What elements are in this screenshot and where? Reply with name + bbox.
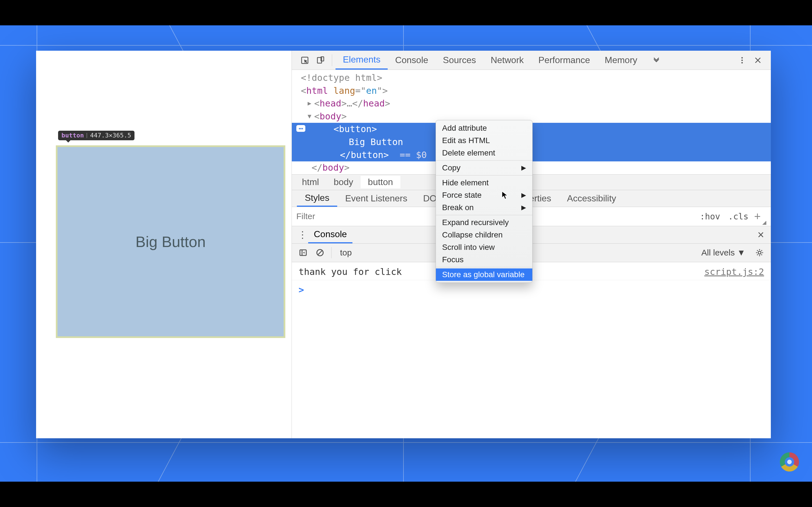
svg-point-8 [758,251,761,254]
devtools-tabstrip: Elements Console Sources Network Perform… [292,51,771,70]
tab-performance[interactable]: Performance [531,51,598,69]
svg-point-4 [742,59,743,61]
drawer-tab-console[interactable]: Console [308,226,352,243]
ctx-store-global-variable[interactable]: Store as global variable [436,269,532,281]
svg-point-5 [742,62,743,63]
ctx-copy[interactable]: Copy▶ [436,162,532,174]
drawer-menu-icon[interactable]: ⋮ [297,229,308,240]
inspector-tooltip-tag: button [61,132,84,138]
crumb-html[interactable]: html [295,176,326,188]
console-sidebar-toggle-icon[interactable] [295,248,312,257]
ctx-force-state[interactable]: Force state▶ [436,189,532,202]
ctx-edit-as-html[interactable]: Edit as HTML [436,134,532,147]
ctx-hide-element[interactable]: Hide element [436,177,532,189]
resize-corner-icon[interactable] [762,221,766,225]
tab-console[interactable]: Console [388,51,435,69]
crumb-button[interactable]: button [361,176,400,188]
clear-console-icon[interactable] [312,248,328,257]
big-button-label: Big Button [135,233,206,250]
context-menu: Add attribute Edit as HTML Delete elemen… [436,120,532,283]
console-settings-icon[interactable] [751,248,768,257]
close-drawer-icon[interactable]: × [756,228,766,241]
crumb-body[interactable]: body [326,176,360,188]
inspector-tooltip-size: 447.3×365.5 [90,132,131,138]
styles-filter-input[interactable] [296,212,403,221]
ctx-delete-element[interactable]: Delete element [436,147,532,159]
hov-toggle[interactable]: :hov [696,212,724,221]
tab-memory[interactable]: Memory [598,51,645,69]
console-prompt[interactable]: > [292,280,771,300]
close-devtools-icon[interactable] [750,56,766,64]
ctx-focus[interactable]: Focus [436,253,532,266]
tab-sources[interactable]: Sources [436,51,483,69]
ctx-add-attribute[interactable]: Add attribute [436,122,532,134]
ctx-expand-recursively[interactable]: Expand recursively [436,216,532,229]
inspect-icon[interactable] [297,56,313,64]
kebab-menu-icon[interactable] [734,56,750,64]
console-log-source[interactable]: script.js:2 [704,266,764,278]
tab-network[interactable]: Network [483,51,531,69]
cls-toggle[interactable]: .cls [724,212,752,221]
side-tab-event-listeners[interactable]: Event Listeners [337,190,415,207]
big-button[interactable]: Big Button [56,145,285,338]
console-output[interactable]: thank you for click script.js:2 > [292,262,771,438]
device-toolbar-icon[interactable] [313,56,328,64]
chrome-logo-icon [780,452,799,471]
new-style-rule-icon[interactable]: + [753,210,762,223]
presentation-background: button 447.3×365.5 Big Button Elements C [0,25,812,482]
tabs-overflow-icon[interactable] [649,56,664,64]
console-context-selector[interactable]: top [335,248,357,258]
ctx-scroll-into-view[interactable]: Scroll into view [436,241,532,253]
side-tab-accessibility[interactable]: Accessibility [559,190,624,207]
tab-elements[interactable]: Elements [336,51,388,69]
ctx-break-on[interactable]: Break on▶ [436,202,532,214]
console-levels-selector[interactable]: All levels ▼ [702,248,751,258]
svg-point-3 [742,57,743,58]
side-tab-styles[interactable]: Styles [297,190,337,207]
inspector-tooltip: button 447.3×365.5 [58,131,135,140]
rendered-page: button 447.3×365.5 Big Button [36,51,292,438]
browser-window: button 447.3×365.5 Big Button Elements C [36,51,771,438]
ctx-collapse-children[interactable]: Collapse children [436,229,532,241]
devtools: Elements Console Sources Network Perform… [292,51,771,438]
